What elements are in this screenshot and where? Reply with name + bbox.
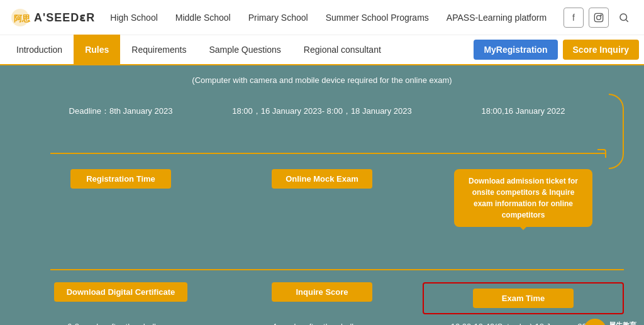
my-registration-button[interactable]: MyRegistration [474, 40, 557, 60]
digital-cert-cell: Download Digital Certificate [20, 282, 221, 314]
svg-text:阿思丹: 阿思丹 [14, 14, 30, 23]
logo-icon: 阿思丹 [10, 8, 30, 28]
timeline-top-dates: Deadline：8th January 2023 18:00，16 Janua… [20, 100, 624, 138]
svg-point-4 [601, 14, 601, 15]
bottom-date-row: 6-8 weeks after the challenge 4 weeks af… [20, 319, 624, 326]
tab-regional-consultant[interactable]: Regional consultant [292, 35, 392, 65]
registration-date: Deadline：8th January 2023 [20, 100, 221, 138]
search-button[interactable] [614, 8, 634, 28]
exam-time-cell: Exam Time [423, 282, 624, 314]
timeline-line-row2 [20, 257, 624, 282]
tab-introduction[interactable]: Introduction [5, 35, 74, 65]
bottom-badge-row: Download Digital Certificate Inquire Sco… [20, 282, 624, 314]
inquire-score-date: 4 weeks after the challenge [221, 319, 423, 326]
tab-rules[interactable]: Rules [74, 35, 120, 65]
logo[interactable]: 阿思丹 A'SEEDɛR [10, 8, 95, 28]
online-mock-exam-badge: Online Mock Exam [272, 169, 372, 189]
score-inquiry-button[interactable]: Score Inquiry [563, 40, 639, 60]
top-nav-links: High School Middle School Primary School… [110, 13, 564, 23]
svg-rect-2 [594, 13, 602, 21]
nav-summer-school[interactable]: Summer School Programs [326, 13, 429, 23]
nav-primary-school[interactable]: Primary School [248, 13, 308, 23]
top-badge-row: Registration Time Online Mock Exam Downl… [20, 169, 624, 227]
mock-exam-date: 18:00，16 January 2023- 8:00，18 January 2… [221, 100, 423, 138]
sub-navigation: Introduction Rules Requirements Sample Q… [0, 35, 644, 65]
timeline-curve [609, 94, 624, 169]
exam-time-badge: Exam Time [473, 289, 574, 308]
nav-middle-school[interactable]: Middle School [175, 13, 231, 23]
svg-point-5 [620, 14, 627, 21]
top-nav-right: f [564, 8, 634, 28]
svg-point-3 [597, 15, 601, 19]
inquire-score-cell: Inquire Score [221, 282, 423, 314]
timeline-line-row [20, 138, 624, 169]
tooltip-badge-cell: Download admission ticket for onsite com… [423, 169, 624, 227]
main-content: (Computer with camera and mobile device … [0, 65, 644, 325]
watermark-logo: X [584, 319, 606, 326]
tab-sample-questions[interactable]: Sample Questions [197, 35, 292, 65]
timeline-line [50, 153, 606, 154]
registration-time-badge: Registration Time [70, 169, 171, 189]
registration-badge-cell: Registration Time [20, 169, 221, 227]
digital-cert-date: 6-8 weeks after the challenge [20, 319, 221, 326]
watermark-text: 犀牛教育 X-NEW [609, 321, 636, 325]
instagram-button[interactable] [589, 8, 609, 28]
nav-apass[interactable]: APASS-Learning platform [447, 13, 547, 23]
admission-ticket-tooltip: Download admission ticket for onsite com… [454, 169, 592, 227]
timeline-line2 [50, 269, 624, 270]
watermark: X 犀牛教育 X-NEW [584, 319, 636, 326]
mock-exam-badge-cell: Online Mock Exam [221, 169, 423, 227]
top-navigation: 阿思丹 A'SEEDɛR High School Middle School P… [0, 0, 644, 35]
watermark-line1: 犀牛教育 [609, 321, 636, 325]
svg-line-6 [626, 19, 628, 21]
inquire-score-badge: Inquire Score [272, 282, 372, 302]
online-exam-note: (Computer with camera and mobile device … [20, 75, 624, 85]
nav-high-school[interactable]: High School [110, 13, 158, 23]
logo-text: A'SEEDɛR [34, 11, 95, 25]
sub-nav-buttons: MyRegistration Score Inquiry [474, 40, 639, 60]
ticket-date: 18:00,16 January 2022 [423, 100, 624, 138]
facebook-button[interactable]: f [564, 8, 584, 28]
tab-requirements[interactable]: Requirements [120, 35, 197, 65]
download-digital-cert-badge: Download Digital Certificate [54, 282, 188, 302]
